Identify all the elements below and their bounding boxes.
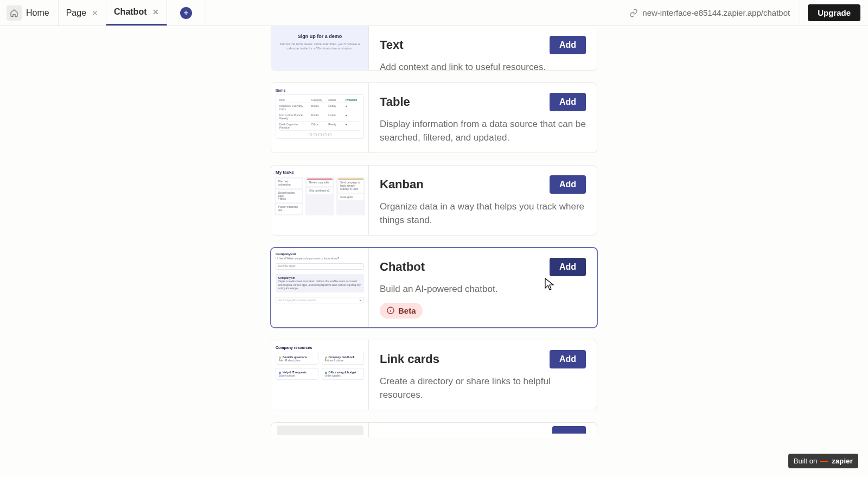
thumb-reply: Zapier is a web-based automation platfor… bbox=[278, 280, 361, 290]
link-icon bbox=[629, 9, 638, 17]
card-title: Chatbot bbox=[380, 260, 425, 274]
card-description: Organize data in a way that helps you tr… bbox=[380, 200, 586, 227]
card-title: Text bbox=[380, 38, 404, 52]
home-icon bbox=[7, 5, 22, 21]
card-title: Table bbox=[380, 95, 410, 109]
component-card-chatbot[interactable]: CompanyBot Hi there! What company do you… bbox=[271, 247, 597, 328]
thumb-heading: My tasks bbox=[276, 170, 365, 175]
builton-brand: zapier bbox=[832, 457, 853, 465]
card-title: Link cards bbox=[380, 352, 439, 366]
upgrade-button[interactable]: Upgrade bbox=[808, 4, 860, 21]
thumb-reply-name: CompanyBot bbox=[278, 276, 295, 279]
home-label: Home bbox=[26, 8, 49, 18]
add-button[interactable]: Add bbox=[550, 175, 586, 194]
thumb-subtext: Submit the form below. Once submitted, y… bbox=[271, 42, 368, 51]
add-button[interactable]: Add bbox=[550, 93, 586, 111]
tab-label: Chatbot bbox=[114, 7, 146, 17]
thumb-heading: Sign up for a demo bbox=[298, 34, 342, 39]
close-icon[interactable]: ✕ bbox=[92, 9, 98, 17]
card-title: Kanban bbox=[380, 177, 424, 192]
add-tab-button[interactable]: + bbox=[167, 0, 206, 26]
card-thumbnail: CompanyBot Hi there! What company do you… bbox=[271, 248, 369, 327]
thumb-heading: Items bbox=[276, 88, 364, 92]
thumb-footer-hint: Ask CompanyBot another question. bbox=[278, 299, 317, 302]
card-thumbnail bbox=[271, 423, 369, 437]
component-list: Sign up for a demo Submit the form below… bbox=[0, 26, 868, 477]
zapier-underline-icon bbox=[820, 461, 828, 462]
component-card-kanban[interactable]: My tasks Plan new onboarding Design land… bbox=[271, 165, 597, 236]
upgrade-label: Upgrade bbox=[818, 8, 851, 17]
beta-badge: Beta bbox=[380, 303, 423, 319]
component-card-linkcards[interactable]: Company resources Benefits questionsAsk … bbox=[271, 340, 597, 410]
home-tab[interactable]: Home bbox=[0, 0, 59, 26]
topbar: Home Page ✕ Chatbot ✕ + new-interface-e8… bbox=[0, 0, 868, 26]
built-on-badge[interactable]: Built on zapier bbox=[788, 454, 858, 468]
info-icon bbox=[386, 306, 395, 315]
tab-label: Page bbox=[66, 8, 86, 18]
add-button[interactable]: Add bbox=[550, 36, 586, 54]
component-card-text[interactable]: Sign up for a demo Submit the form below… bbox=[271, 26, 597, 71]
thumb-greeting: Hi there! What company do you want to kn… bbox=[276, 257, 364, 260]
page-url[interactable]: new-interface-e85144.zapier.app/chatbot bbox=[620, 0, 800, 26]
add-button-partial[interactable] bbox=[552, 426, 586, 434]
thumb-bot-name: CompanyBot bbox=[276, 252, 364, 256]
builton-prefix: Built on bbox=[794, 457, 817, 465]
add-button[interactable]: Add bbox=[550, 350, 586, 368]
card-thumbnail: Sign up for a demo Submit the form below… bbox=[271, 26, 369, 70]
close-icon[interactable]: ✕ bbox=[152, 8, 159, 16]
card-thumbnail: My tasks Plan new onboarding Design land… bbox=[271, 166, 369, 235]
thumb-input: Describe Zapier bbox=[276, 263, 364, 270]
plus-icon: + bbox=[180, 7, 192, 19]
page-url-text: new-interface-e85144.zapier.app/chatbot bbox=[642, 8, 790, 17]
tab-chatbot[interactable]: Chatbot ✕ bbox=[106, 0, 167, 26]
component-card-next[interactable] bbox=[271, 422, 597, 437]
card-thumbnail: Company resources Benefits questionsAsk … bbox=[271, 340, 369, 410]
thumb-heading: Company resources bbox=[276, 346, 364, 349]
send-icon: ➤ bbox=[359, 299, 361, 302]
card-description: Create a directory or share links to hel… bbox=[380, 375, 586, 402]
badge-label: Beta bbox=[398, 306, 416, 315]
card-description: Build an AI-powered chatbot. bbox=[380, 283, 586, 296]
component-card-table[interactable]: Items ItemCategoryStatusAvailable Notebo… bbox=[271, 82, 597, 153]
card-description: Display information from a data source t… bbox=[380, 118, 586, 144]
tab-page[interactable]: Page ✕ bbox=[59, 0, 106, 26]
add-button[interactable]: Add bbox=[550, 258, 586, 276]
card-description: Add context and link to useful resources… bbox=[380, 61, 586, 71]
card-thumbnail: Items ItemCategoryStatusAvailable Notebo… bbox=[271, 83, 369, 152]
